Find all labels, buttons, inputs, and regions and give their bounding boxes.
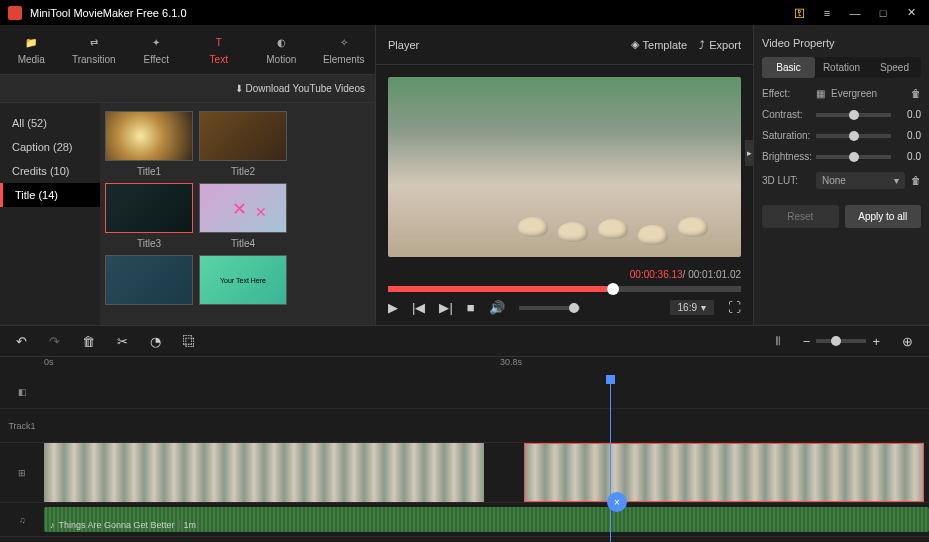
tab-text[interactable]: TText — [188, 25, 251, 74]
app-title: MiniTool MovieMaker Free 6.1.0 — [30, 7, 781, 19]
crop-button[interactable]: ⿻ — [183, 334, 196, 349]
volume-slider[interactable] — [519, 306, 580, 310]
lut-select[interactable]: None▾ — [816, 172, 905, 189]
cat-caption[interactable]: Caption (28) — [0, 135, 100, 159]
close-button[interactable]: ✕ — [901, 3, 921, 23]
time-ruler[interactable]: 0s 30.8s — [0, 357, 929, 375]
zoom-in-button[interactable]: + — [872, 334, 880, 349]
thumbnail — [105, 183, 193, 233]
cat-all[interactable]: All (52) — [0, 111, 100, 135]
audio-clip[interactable]: ♪ Things Are Gonna Get Better 1m — [44, 507, 929, 532]
music-icon: ♫ — [0, 515, 44, 525]
main-area: 📁Media ⇄Transition ✦Effect TText ◐Motion… — [0, 25, 929, 325]
prev-button[interactable]: |◀ — [412, 300, 425, 315]
expand-icon[interactable]: ▸ — [745, 140, 754, 166]
video-preview[interactable] — [388, 77, 741, 257]
thumb-item[interactable]: Title4 — [199, 183, 287, 249]
thumbnail — [105, 111, 193, 161]
transition-icon: ⇄ — [86, 35, 102, 51]
titlebar: MiniTool MovieMaker Free 6.1.0 ⚿ ≡ — □ ✕ — [0, 0, 929, 25]
export-button[interactable]: ⤴ Export — [699, 38, 741, 51]
thumb-item[interactable]: Title3 — [105, 183, 193, 249]
speed-button[interactable]: ◔ — [150, 334, 161, 349]
zoom-out-button[interactable]: − — [803, 334, 811, 349]
library-panel: 📁Media ⇄Transition ✦Effect TText ◐Motion… — [0, 25, 375, 325]
video-clip-selected[interactable]: × — [524, 443, 924, 502]
proptab-basic[interactable]: Basic — [762, 57, 815, 78]
effect-value: Evergreen — [831, 88, 905, 99]
thumb-item[interactable] — [105, 255, 193, 310]
trash-icon[interactable]: 🗑 — [911, 88, 921, 99]
thumbnail: Your Text Here — [199, 255, 287, 305]
thumb-item[interactable]: Title2 — [199, 111, 287, 177]
menu-icon[interactable]: ≡ — [817, 3, 837, 23]
thumbnail — [199, 183, 287, 233]
aspect-select[interactable]: 16:9 ▾ — [670, 300, 714, 315]
contrast-row: Contrast: 0.0 — [762, 109, 921, 120]
seek-handle[interactable] — [607, 283, 619, 295]
marker-icon[interactable]: ◧ — [0, 387, 44, 397]
note-icon: ♪ — [50, 520, 55, 530]
apply-all-button[interactable]: Apply to all — [845, 205, 922, 228]
effect-icon: ✦ — [148, 35, 164, 51]
contrast-slider[interactable] — [816, 113, 891, 117]
thumbnail — [199, 111, 287, 161]
brightness-slider[interactable] — [816, 155, 891, 159]
redo-button[interactable]: ↷ — [49, 334, 60, 349]
reset-button[interactable]: Reset — [762, 205, 839, 228]
thumbnail — [105, 255, 193, 305]
trash-icon[interactable]: 🗑 — [911, 175, 921, 186]
tab-media[interactable]: 📁Media — [0, 25, 63, 74]
tab-motion[interactable]: ◐Motion — [250, 25, 313, 74]
video-icon: ⊞ — [0, 468, 44, 478]
effect-row: Effect: ▦ Evergreen 🗑 — [762, 88, 921, 99]
proptab-rotation[interactable]: Rotation — [815, 57, 868, 78]
player-controls: ▶ |◀ ▶| ■ 🔊 16:9 ▾ ⛶ — [376, 300, 753, 325]
next-button[interactable]: ▶| — [439, 300, 452, 315]
player-panel: Player ◈ Template ⤴ Export 00:00:36.13 /… — [375, 25, 754, 325]
preset-icon[interactable]: ▦ — [816, 88, 825, 99]
folder-icon: 📁 — [23, 35, 39, 51]
video-clip[interactable] — [44, 443, 484, 502]
track-label: Track1 — [0, 421, 44, 431]
chevron-down-icon: ▾ — [894, 175, 899, 186]
library-tabs: 📁Media ⇄Transition ✦Effect TText ◐Motion… — [0, 25, 375, 75]
audio-track: ♫ ♪ Things Are Gonna Get Better 1m — [0, 503, 929, 537]
fit-button[interactable]: ⊕ — [902, 334, 913, 349]
snap-button[interactable]: ⫴ — [775, 333, 781, 349]
download-link[interactable]: ⬇ Download YouTube Videos — [235, 83, 365, 94]
volume-button[interactable]: 🔊 — [489, 300, 505, 315]
proptab-speed[interactable]: Speed — [868, 57, 921, 78]
key-icon[interactable]: ⚿ — [789, 3, 809, 23]
cat-title[interactable]: Title (14) — [0, 183, 100, 207]
undo-button[interactable]: ↶ — [16, 334, 27, 349]
elements-icon: ✧ — [336, 35, 352, 51]
tab-transition[interactable]: ⇄Transition — [63, 25, 126, 74]
maximize-button[interactable]: □ — [873, 3, 893, 23]
thumb-item[interactable]: Title1 — [105, 111, 193, 177]
transition-marker[interactable]: × — [607, 492, 627, 512]
tab-elements[interactable]: ✧Elements — [313, 25, 376, 74]
cat-credits[interactable]: Credits (10) — [0, 159, 100, 183]
thumbnail-grid: Title1 Title2 Title3 Title4 Your Text He… — [100, 103, 375, 325]
delete-button[interactable]: 🗑 — [82, 334, 95, 349]
thumb-item[interactable]: Your Text Here — [199, 255, 287, 310]
stop-button[interactable]: ■ — [467, 300, 475, 315]
lut-row: 3D LUT: None▾ 🗑 — [762, 172, 921, 189]
play-button[interactable]: ▶ — [388, 300, 398, 315]
saturation-slider[interactable] — [816, 134, 891, 138]
player-header: Player ◈ Template ⤴ Export — [376, 25, 753, 65]
text-track: Track1 — [0, 409, 929, 443]
tracks-area: ◧ Track1 ⊞ × ♫ ♪ Things Are Gonna Get Be… — [0, 375, 929, 542]
tab-effect[interactable]: ✦Effect — [125, 25, 188, 74]
player-title: Player — [388, 39, 419, 51]
playhead[interactable] — [610, 375, 611, 542]
category-sidebar: All (52) Caption (28) Credits (10) Title… — [0, 103, 100, 325]
zoom-slider[interactable] — [816, 339, 866, 343]
fullscreen-button[interactable]: ⛶ — [728, 300, 741, 315]
split-button[interactable]: ✂ — [117, 334, 128, 349]
video-track: ⊞ × — [0, 443, 929, 503]
minimize-button[interactable]: — — [845, 3, 865, 23]
template-button[interactable]: ◈ Template — [631, 38, 688, 51]
seek-bar[interactable] — [388, 286, 741, 292]
